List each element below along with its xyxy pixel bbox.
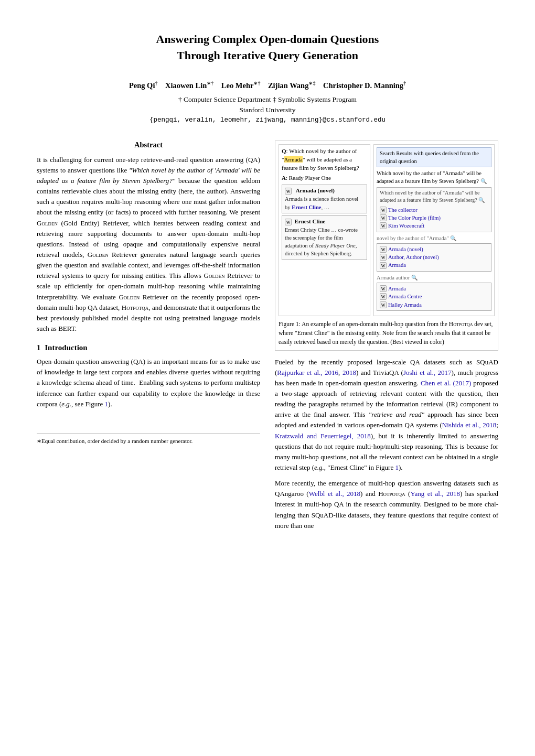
search-header: Search Results with queries derived from…: [377, 147, 491, 167]
search-query-3: Armada author 🔍: [377, 274, 491, 282]
left-column: Abstract It is challenging for current o…: [37, 141, 260, 536]
entity-block-armada: W W Armada (novel) Armada (novel) Armada…: [282, 185, 367, 213]
affiliation-line2: Stanford University: [37, 106, 498, 114]
nishida-link[interactable]: Nishida et al., 2018: [442, 421, 497, 429]
sr2-link1[interactable]: Armada (novel): [388, 245, 423, 253]
sr3-item3: W Halley Armada: [380, 301, 488, 309]
sr3-item2: W Armada Centre: [380, 293, 488, 300]
paper-title: Answering Complex Open-domain Questions …: [37, 31, 498, 64]
search-query-1: Which novel by the author of "Armada" wi…: [377, 169, 491, 186]
search-result-1: Which novel by the author of "Armada" wi…: [377, 187, 491, 232]
figure-right-panel: Search Results with queries derived from…: [373, 144, 495, 316]
welbl-link[interactable]: Welbl et al., 2018: [309, 490, 360, 498]
main-content: Abstract It is challenging for current o…: [37, 141, 498, 536]
search-result-2: W Armada (novel) W Author, Author (novel…: [377, 243, 491, 272]
search-result-3: W Armada W Armada Centre W Halley Armada: [377, 283, 491, 311]
sr2-link3[interactable]: Armada: [388, 261, 406, 269]
entity-armada-title: W W Armada (novel) Armada (novel): [285, 187, 364, 195]
entity-armada-body: Armada is a science fiction novel by Ern…: [285, 195, 364, 211]
joshi-link[interactable]: Joshi et al., 2017: [403, 369, 452, 376]
rajpurkar-link2[interactable]: 2018: [343, 369, 356, 376]
sr1-item2: W The Color Purple (film): [380, 214, 488, 222]
entity-ernest-body: Ernest Christy Cline … co-wrote the scre…: [285, 226, 364, 258]
wiki-icon-ernest: W: [285, 219, 292, 225]
sr2-item1: W Armada (novel): [380, 245, 488, 253]
entity-ernest-title: W Ernest Cline: [285, 218, 364, 226]
sr1-link1[interactable]: The collector: [388, 206, 418, 214]
rajpurkar-link[interactable]: Rajpurkar et al., 2016: [277, 369, 338, 376]
sr1-item3: W Kim Wozencraft: [380, 222, 488, 230]
kratzwald-link[interactable]: Kratzwald and Feuerriegel, 2018: [275, 432, 371, 440]
intro-para1: Open-domain question answering (QA) is a…: [37, 357, 260, 409]
wiki-icon-sr2-1: W: [380, 246, 387, 253]
ernest-cline-link[interactable]: Ernest Cline: [292, 204, 321, 210]
wiki-icon-sr3-2: W: [380, 293, 387, 300]
email: {pengqi, veralin, leomehr, zijwang, mann…: [37, 116, 498, 124]
sr1-item1: W The collector: [380, 206, 488, 214]
figure-left-panel: Q: Which novel by the author of "Armada"…: [279, 144, 370, 316]
wiki-icon-armada: W: [285, 188, 292, 195]
wiki-icon-sr2-3: W: [380, 262, 387, 269]
sr2-item3: W Armada: [380, 261, 488, 269]
intro-right-para1: Fueled by the recently proposed large-sc…: [275, 357, 498, 473]
sr1-link2[interactable]: The Color Purple (film): [388, 214, 441, 222]
armada-highlight: Armada: [284, 156, 303, 163]
search-query-2: novel by the author of "Armada" 🔍: [377, 234, 491, 243]
wiki-icon-sr3-3: W: [380, 301, 387, 308]
wiki-icon-sr1-1: W: [380, 207, 387, 213]
chen-link[interactable]: Chen et al. (2017): [421, 379, 471, 387]
entity-block-ernest: W Ernest Cline Ernest Christy Cline … co…: [282, 215, 367, 260]
sr1-q-text: Which novel by the author of "Armada" wi…: [380, 189, 488, 204]
figure-question: Q: Which novel by the author of "Armada"…: [282, 147, 367, 172]
wiki-icon-sr1-3: W: [380, 222, 387, 229]
yang-link[interactable]: Yang et al., 2018: [410, 490, 460, 498]
section1-heading: 1 Introduction: [37, 343, 260, 352]
fig1-link[interactable]: 1: [395, 463, 399, 471]
sr1-link3[interactable]: Kim Wozencraft: [388, 222, 424, 230]
sr2-link2[interactable]: Author, Author (novel): [388, 253, 439, 261]
figure-answer: A: Ready Player One: [282, 174, 367, 182]
affiliation-line1: † Computer Science Department ‡ Symbolic…: [37, 95, 498, 104]
figure-caption: Figure 1: An example of an open-domain m…: [279, 320, 495, 347]
sr3-item1: W Armada: [380, 285, 488, 293]
intro-right-para2: More recently, the emergence of multi-ho…: [275, 478, 498, 531]
abstract-text: It is challenging for current one-step r…: [37, 155, 260, 334]
authors-block: Peng Qi† Xiaowen Lin∗† Leo Mehr∗† Zijian…: [37, 79, 498, 124]
wiki-icon-sr3-1: W: [380, 285, 387, 292]
abstract-title: Abstract: [37, 141, 260, 149]
sr3-link2[interactable]: Armada Centre: [388, 293, 422, 300]
footnote: ∗Equal contribution, order decided by a …: [37, 434, 260, 446]
wiki-icon-sr2-2: W: [380, 254, 387, 261]
right-column: Q: Which novel by the author of "Armada"…: [275, 141, 498, 536]
author-list: Peng Qi† Xiaowen Lin∗† Leo Mehr∗† Zijian…: [37, 79, 498, 92]
sr3-link1[interactable]: Armada: [388, 285, 406, 293]
sr2-item2: W Author, Author (novel): [380, 253, 488, 261]
intro-para-footnote-area: [37, 415, 260, 425]
wiki-icon-sr1-2: W: [380, 214, 387, 221]
figure-inner: Q: Which novel by the author of "Armada"…: [279, 144, 495, 316]
figure1: Q: Which novel by the author of "Armada"…: [275, 141, 498, 351]
sr3-link3[interactable]: Halley Armada: [388, 301, 422, 309]
